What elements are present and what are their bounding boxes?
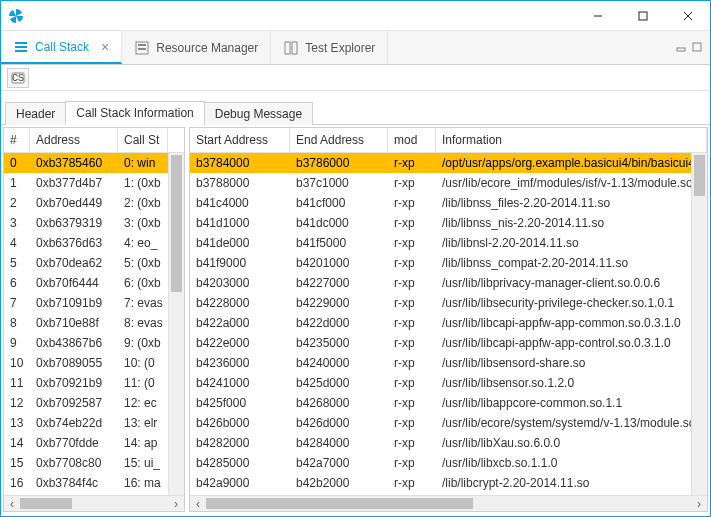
svg-rect-1 bbox=[639, 12, 647, 20]
subtab-debug-message[interactable]: Debug Message bbox=[204, 102, 313, 125]
vertical-scrollbar[interactable] bbox=[168, 153, 184, 495]
table-row[interactable]: 110xb70921b911: (0 bbox=[4, 373, 184, 393]
maximize-button[interactable] bbox=[620, 1, 665, 30]
close-button[interactable] bbox=[665, 1, 710, 30]
minimize-view-icon[interactable] bbox=[676, 41, 686, 55]
cell: b42a9000 bbox=[190, 476, 290, 490]
cell: 0xb70ed449 bbox=[30, 196, 118, 210]
cell: 11 bbox=[4, 376, 30, 390]
view-tab-aux-icons bbox=[676, 31, 710, 64]
table-row[interactable]: 20xb70ed4492: (0xb bbox=[4, 193, 184, 213]
cell: b422e000 bbox=[190, 336, 290, 350]
table-row[interactable]: b422e000b4235000r-xp/usr/lib/libcapi-app… bbox=[190, 333, 707, 353]
table-row[interactable]: b422a000b422d000r-xp/usr/lib/libcapi-app… bbox=[190, 313, 707, 333]
cs-tool-button[interactable]: cs bbox=[7, 68, 29, 88]
cell: 8 bbox=[4, 316, 30, 330]
scrollbar-thumb[interactable] bbox=[20, 498, 72, 509]
table-row[interactable]: 10xb377d4b71: (0xb bbox=[4, 173, 184, 193]
titlebar[interactable] bbox=[1, 1, 710, 31]
column-header[interactable]: mod bbox=[388, 128, 436, 152]
memory-map-header: Start AddressEnd AddressmodInformation bbox=[190, 128, 707, 153]
table-row[interactable]: b41de000b41f5000r-xp/lib/libnsl-2.20-201… bbox=[190, 233, 707, 253]
scroll-left-icon[interactable]: ‹ bbox=[4, 496, 20, 512]
table-row[interactable]: 130xb74eb22d13: elr bbox=[4, 413, 184, 433]
view-tab-label: Resource Manager bbox=[156, 41, 258, 55]
view-tab-resource-manager[interactable]: Resource Manager bbox=[122, 31, 271, 64]
table-row[interactable]: 80xb710e88f8: evas bbox=[4, 313, 184, 333]
table-row[interactable]: b425f000b4268000r-xp/usr/lib/libappcore-… bbox=[190, 393, 707, 413]
table-row[interactable]: 00xb37854600: win bbox=[4, 153, 184, 173]
cell: /opt/usr/apps/org.example.basicui4/bin/b… bbox=[436, 156, 707, 170]
minimize-button[interactable] bbox=[575, 1, 620, 30]
scroll-left-icon[interactable]: ‹ bbox=[190, 496, 206, 512]
cell: b4268000 bbox=[290, 396, 388, 410]
cell: b4240000 bbox=[290, 356, 388, 370]
close-tab-icon[interactable]: × bbox=[101, 40, 109, 54]
scroll-track[interactable] bbox=[206, 496, 691, 511]
table-row[interactable]: b4241000b425d000r-xp/usr/lib/libsensor.s… bbox=[190, 373, 707, 393]
cell: b422a000 bbox=[190, 316, 290, 330]
table-row[interactable]: b41d1000b41dc000r-xp/lib/libnss_nis-2.20… bbox=[190, 213, 707, 233]
scroll-right-icon[interactable]: › bbox=[168, 496, 184, 512]
scroll-track[interactable] bbox=[20, 496, 168, 511]
table-row[interactable]: b4285000b42a7000r-xp/usr/lib/libxcb.so.1… bbox=[190, 453, 707, 473]
table-row[interactable]: b4203000b4227000r-xp/usr/lib/libprivacy-… bbox=[190, 273, 707, 293]
cell: r-xp bbox=[388, 476, 436, 490]
cell: /usr/lib/libsecurity-privilege-checker.s… bbox=[436, 296, 707, 310]
view-tab-label: Test Explorer bbox=[305, 41, 375, 55]
cell: b425d000 bbox=[290, 376, 388, 390]
table-row[interactable]: b3788000b37c1000r-xp/usr/lib/ecore_imf/m… bbox=[190, 173, 707, 193]
scrollbar-thumb[interactable] bbox=[171, 155, 182, 292]
table-row[interactable]: 150xb7708c8015: ui_ bbox=[4, 453, 184, 473]
table-row[interactable]: b4228000b4229000r-xp/usr/lib/libsecurity… bbox=[190, 293, 707, 313]
scroll-right-icon[interactable]: › bbox=[691, 496, 707, 512]
view-tab-test-explorer[interactable]: Test Explorer bbox=[271, 31, 388, 64]
table-row[interactable]: 170xb774414817: (0x bbox=[4, 493, 184, 495]
table-row[interactable]: b4236000b4240000r-xp/usr/lib/libsensord-… bbox=[190, 353, 707, 373]
column-header[interactable]: Start Address bbox=[190, 128, 290, 152]
table-row[interactable]: 30xb63793193: (0xb bbox=[4, 213, 184, 233]
table-row[interactable]: b41c4000b41cf000r-xp/lib/libnss_files-2.… bbox=[190, 193, 707, 213]
cell: 14 bbox=[4, 436, 30, 450]
cell: r-xp bbox=[388, 436, 436, 450]
table-row[interactable]: b426b000b426d000r-xp/usr/lib/ecore/syste… bbox=[190, 413, 707, 433]
table-row[interactable]: 140xb770fdde14: ap bbox=[4, 433, 184, 453]
view-tab-call-stack[interactable]: Call Stack× bbox=[1, 31, 122, 64]
subtab-header[interactable]: Header bbox=[5, 102, 66, 125]
table-row[interactable]: 90xb43867b69: (0xb bbox=[4, 333, 184, 353]
column-header[interactable]: Address bbox=[30, 128, 118, 152]
app-window: Call Stack×Resource ManagerTest Explorer… bbox=[0, 0, 711, 517]
table-row[interactable]: 70xb71091b97: evas bbox=[4, 293, 184, 313]
horizontal-scrollbar[interactable]: ‹ › bbox=[4, 495, 184, 511]
table-row[interactable]: b4282000b4284000r-xp/usr/lib/libXau.so.6… bbox=[190, 433, 707, 453]
cell: 0xb70921b9 bbox=[30, 376, 118, 390]
scrollbar-thumb[interactable] bbox=[206, 498, 473, 509]
cell: r-xp bbox=[388, 376, 436, 390]
view-tab-strip: Call Stack×Resource ManagerTest Explorer bbox=[1, 31, 710, 65]
table-row[interactable]: 160xb3784f4c16: ma bbox=[4, 473, 184, 493]
vertical-scrollbar[interactable] bbox=[691, 153, 707, 495]
column-header[interactable]: # bbox=[4, 128, 30, 152]
cell: 0xb43867b6 bbox=[30, 336, 118, 350]
cell: 12: ec bbox=[118, 396, 168, 410]
cell: 0: win bbox=[118, 156, 168, 170]
table-row[interactable]: b42a9000b42b2000r-xp/lib/libcrypt-2.20-2… bbox=[190, 473, 707, 493]
table-row[interactable]: b3784000b3786000r-xp/opt/usr/apps/org.ex… bbox=[190, 153, 707, 173]
subtab-call-stack-information[interactable]: Call Stack Information bbox=[65, 101, 204, 125]
table-row[interactable]: 40xb6376d634: eo_ bbox=[4, 233, 184, 253]
table-row[interactable]: b41f9000b4201000r-xp/lib/libnss_compat-2… bbox=[190, 253, 707, 273]
table-row[interactable]: b42db000b42dd000r-xp/usr/lib/libiri.so bbox=[190, 493, 707, 495]
scrollbar-thumb[interactable] bbox=[694, 155, 705, 196]
table-row[interactable]: 50xb70dea625: (0xb bbox=[4, 253, 184, 273]
horizontal-scrollbar[interactable]: ‹ › bbox=[190, 495, 707, 511]
column-header[interactable]: Information bbox=[436, 128, 707, 152]
maximize-view-icon[interactable] bbox=[692, 41, 702, 55]
table-row[interactable]: 120xb709258712: ec bbox=[4, 393, 184, 413]
table-row[interactable]: 100xb708905510: (0 bbox=[4, 353, 184, 373]
column-header[interactable]: Call St bbox=[118, 128, 168, 152]
cell: r-xp bbox=[388, 336, 436, 350]
subtab-strip: HeaderCall Stack InformationDebug Messag… bbox=[1, 99, 710, 125]
table-row[interactable]: 60xb70f64446: (0xb bbox=[4, 273, 184, 293]
cell: /usr/lib/libcapi-appfw-app-control.so.0.… bbox=[436, 336, 707, 350]
column-header[interactable]: End Address bbox=[290, 128, 388, 152]
